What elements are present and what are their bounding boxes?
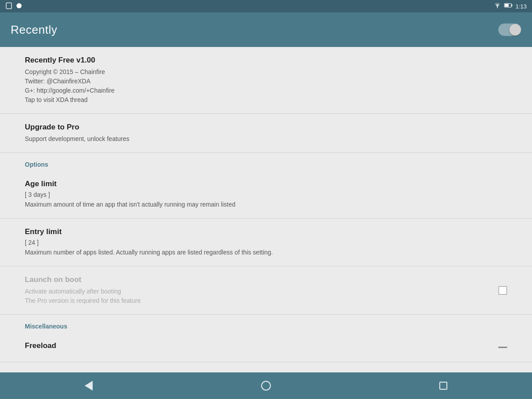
launch-on-boot-title: Launch on boot <box>25 275 141 284</box>
age-limit-description: Maximum amount of time an app that isn't… <box>25 200 507 209</box>
entry-limit-value: [ 24 ] <box>25 239 507 246</box>
launch-on-boot-note: The Pro version is required for this fea… <box>25 296 141 305</box>
page-title: Recently <box>11 23 57 37</box>
app-gplus: G+: http://google.com/+Chainfire <box>25 86 507 95</box>
upgrade-description: Support development, unlock features <box>25 134 507 144</box>
svg-rect-0 <box>6 3 12 8</box>
content-area: Recently Free v1.00 Copyright © 2015 – C… <box>0 47 532 372</box>
age-limit-title: Age limit <box>25 180 507 188</box>
misc-header: Miscellaneous <box>0 315 532 332</box>
svg-point-3 <box>497 7 498 8</box>
bottom-nav <box>0 372 532 399</box>
status-time: 1:13 <box>516 3 527 10</box>
recents-icon <box>439 382 447 390</box>
wifi-icon <box>493 2 501 10</box>
launch-on-boot-checkbox <box>498 286 507 295</box>
upgrade-title: Upgrade to Pro <box>25 123 507 132</box>
status-bar-right: 1:13 <box>493 2 527 10</box>
freeload-row: Freeload <box>25 341 507 353</box>
toolbar: Recently <box>0 12 532 47</box>
launch-on-boot-content: Launch on boot Activate automatically af… <box>25 275 141 305</box>
back-icon <box>85 381 93 391</box>
age-limit-value: [ 3 days ] <box>25 191 507 198</box>
entry-limit-description: Maximum number of apps listed. Actually … <box>25 248 507 257</box>
app-title: Recently Free v1.00 <box>25 56 507 65</box>
home-icon <box>261 381 271 391</box>
app-info-section[interactable]: Recently Free v1.00 Copyright © 2015 – C… <box>0 47 532 114</box>
main-toggle[interactable] <box>498 23 521 36</box>
tablet-icon <box>5 2 12 11</box>
battery-icon <box>504 2 513 10</box>
app-twitter: Twitter: @ChainfireXDA <box>25 77 507 86</box>
alien-icon <box>16 3 22 10</box>
freeload-section[interactable]: Freeload <box>0 332 532 362</box>
upgrade-section[interactable]: Upgrade to Pro Support development, unlo… <box>0 114 532 153</box>
back-button[interactable] <box>79 376 98 395</box>
launch-on-boot-section: Launch on boot Activate automatically af… <box>0 266 532 315</box>
status-bar-left <box>5 2 22 11</box>
freeload-title: Freeload <box>25 341 56 350</box>
svg-point-2 <box>16 3 22 8</box>
options-header: Options <box>0 153 532 171</box>
home-button[interactable] <box>256 376 276 395</box>
svg-rect-5 <box>511 4 512 6</box>
app-xda: Tap to visit XDA thread <box>25 95 507 105</box>
recents-button[interactable] <box>434 376 453 395</box>
launch-on-boot-row: Launch on boot Activate automatically af… <box>25 275 507 305</box>
status-bar: 1:13 <box>0 0 532 12</box>
svg-rect-6 <box>505 4 509 7</box>
app-copyright: Copyright © 2015 – Chainfire <box>25 67 507 77</box>
age-limit-section[interactable]: Age limit [ 3 days ] Maximum amount of t… <box>0 171 532 219</box>
launch-on-boot-description: Activate automatically after booting <box>25 287 141 296</box>
entry-limit-section[interactable]: Entry limit [ 24 ] Maximum number of app… <box>0 219 532 266</box>
minus-icon <box>498 347 507 348</box>
toggle-knob <box>509 24 521 35</box>
entry-limit-title: Entry limit <box>25 227 507 236</box>
